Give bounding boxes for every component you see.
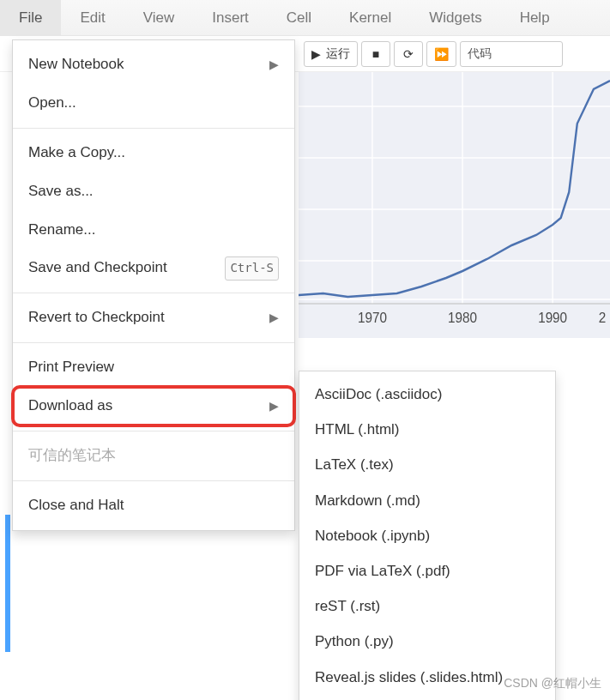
menu-divider xyxy=(13,128,294,129)
menu-open[interactable]: Open... xyxy=(13,84,294,123)
keyboard-shortcut: Ctrl-S xyxy=(225,256,279,281)
menu-item-label: Revert to Checkpoint xyxy=(28,305,165,330)
output-chart: 1970 1980 1990 2 xyxy=(299,72,610,338)
restart-button[interactable]: ⟳ xyxy=(394,41,423,67)
menu-save-as[interactable]: Save as... xyxy=(13,172,294,211)
download-notebook[interactable]: Notebook (.ipynb) xyxy=(299,518,555,553)
menu-view[interactable]: View xyxy=(124,0,194,35)
menu-revert-checkpoint[interactable]: Revert to Checkpoint ▶ xyxy=(13,299,294,337)
menu-save-checkpoint[interactable]: Save and Checkpoint Ctrl-S xyxy=(13,249,294,287)
menu-item-label: Close and Halt xyxy=(28,493,124,518)
menu-edit[interactable]: Edit xyxy=(61,0,124,35)
restart-icon: ⟳ xyxy=(403,47,414,61)
menu-item-label: Save as... xyxy=(28,179,94,204)
xtick-2000: 2 xyxy=(599,311,607,325)
chevron-right-icon: ▶ xyxy=(269,55,279,75)
run-label: 运行 xyxy=(326,46,350,62)
download-markdown[interactable]: Markdown (.md) xyxy=(299,483,555,518)
interrupt-button[interactable]: ■ xyxy=(361,41,390,67)
xtick-1990: 1990 xyxy=(538,311,567,325)
menu-trusted-notebook: 可信的笔记本 xyxy=(13,437,294,475)
menu-download-as[interactable]: Download as ▶ xyxy=(13,387,294,425)
menu-widgets[interactable]: Widgets xyxy=(410,0,500,35)
stop-icon: ■ xyxy=(372,47,379,61)
menubar: File Edit View Insert Cell Kernel Widget… xyxy=(0,0,610,36)
xtick-1970: 1970 xyxy=(358,311,387,325)
watermark: CSDN @红帽小生 xyxy=(504,676,601,691)
menu-divider xyxy=(13,480,294,481)
chevron-right-icon: ▶ xyxy=(269,396,279,417)
menu-new-notebook[interactable]: New Notebook ▶ xyxy=(13,45,294,84)
download-asciidoc[interactable]: AsciiDoc (.asciidoc) xyxy=(299,377,555,412)
menu-item-label: Download as xyxy=(28,394,112,419)
menu-divider xyxy=(13,431,294,431)
run-button[interactable]: ▶ 运行 xyxy=(304,41,358,67)
menu-rename[interactable]: Rename... xyxy=(13,211,294,250)
download-python[interactable]: Python (.py) xyxy=(299,624,555,659)
menu-kernel[interactable]: Kernel xyxy=(330,0,410,35)
play-icon: ▶ xyxy=(311,47,321,61)
download-as-submenu: AsciiDoc (.asciidoc) HTML (.html) LaTeX … xyxy=(299,371,556,700)
menu-item-label: Save and Checkpoint xyxy=(28,256,167,281)
download-pdf-pyppeteer[interactable]: PDF via pyppeteer (.html) xyxy=(299,695,555,700)
menu-insert[interactable]: Insert xyxy=(193,0,268,35)
menu-item-label: New Notebook xyxy=(28,52,124,77)
menu-make-copy[interactable]: Make a Copy... xyxy=(13,134,294,172)
download-pdf-latex[interactable]: PDF via LaTeX (.pdf) xyxy=(299,553,555,588)
menu-divider xyxy=(13,293,294,293)
menu-divider xyxy=(13,342,294,343)
download-latex[interactable]: LaTeX (.tex) xyxy=(299,447,555,482)
restart-run-all-button[interactable]: ⏩ xyxy=(426,41,456,67)
menu-item-label: Print Preview xyxy=(28,355,114,380)
menu-item-label: Open... xyxy=(28,91,76,116)
menu-item-label: Rename... xyxy=(28,218,95,243)
menu-close-halt[interactable]: Close and Halt xyxy=(13,486,294,525)
file-menu-dropdown: New Notebook ▶ Open... Make a Copy... Sa… xyxy=(12,39,295,531)
menu-help[interactable]: Help xyxy=(501,0,569,35)
menu-item-label: Make a Copy... xyxy=(28,141,125,166)
menu-item-label: 可信的笔记本 xyxy=(28,444,116,468)
menu-print-preview[interactable]: Print Preview xyxy=(13,348,294,387)
celltype-label: 代码 xyxy=(468,46,492,62)
chevron-right-icon: ▶ xyxy=(269,308,279,329)
download-html[interactable]: HTML (.html) xyxy=(299,412,555,447)
xtick-1980: 1980 xyxy=(448,311,477,325)
menu-file[interactable]: File xyxy=(0,0,61,35)
menu-cell[interactable]: Cell xyxy=(268,0,330,35)
celltype-select[interactable]: 代码 xyxy=(460,41,563,67)
cell-selected-strip xyxy=(5,515,10,652)
download-rest[interactable]: reST (.rst) xyxy=(299,588,555,624)
fast-forward-icon: ⏩ xyxy=(434,47,449,61)
